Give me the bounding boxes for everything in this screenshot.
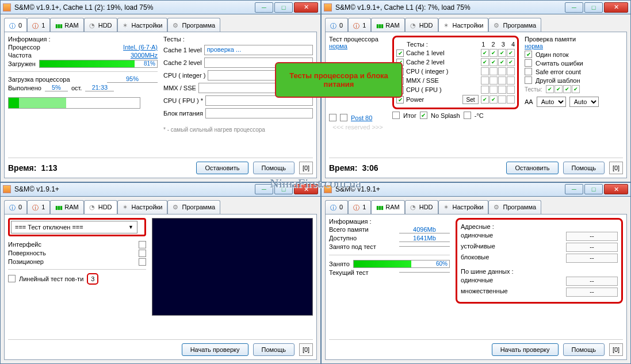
- tabstrip: 0 1 RAM HDD Настройки Программа: [325, 18, 627, 32]
- checkbox-linear[interactable]: [8, 275, 16, 282]
- checkbox-cache1[interactable]: [396, 49, 404, 57]
- minimize-button[interactable]: ─: [255, 184, 273, 194]
- zero-button[interactable]: [0]: [299, 162, 313, 174]
- addr-stable: --: [566, 243, 618, 252]
- checkbox-degc[interactable]: [464, 112, 471, 119]
- tab-settings[interactable]: Настройки: [438, 18, 489, 32]
- program-icon: [173, 204, 179, 210]
- memcheck-value[interactable]: норма: [525, 43, 623, 49]
- tab-hdd[interactable]: HDD: [405, 18, 438, 32]
- zero-button[interactable]: [0]: [609, 343, 623, 356]
- done-pct: 5%: [45, 84, 68, 91]
- tab-program[interactable]: Программа: [488, 200, 541, 214]
- positioner-label: Позиционер: [8, 258, 135, 265]
- titlebar[interactable]: S&M© v1.9.1+ ─ □ ✕: [322, 183, 630, 197]
- tab-hdd[interactable]: HDD: [84, 200, 117, 214]
- tab-settings[interactable]: Настройки: [438, 200, 489, 214]
- tab-ram[interactable]: RAM: [371, 18, 404, 32]
- tab-cpu0[interactable]: 0: [325, 200, 348, 214]
- help-button[interactable]: Помощь: [253, 343, 295, 356]
- linear-count[interactable]: 3: [87, 273, 98, 285]
- stop-button[interactable]: Остановить: [196, 162, 248, 174]
- maximize-button[interactable]: □: [584, 184, 603, 194]
- info-header: Информация :: [329, 218, 450, 225]
- tab-hdd[interactable]: HDD: [84, 18, 117, 32]
- zero-button[interactable]: [0]: [299, 343, 313, 356]
- app-icon: [3, 185, 11, 193]
- tab-ram[interactable]: RAM: [371, 200, 404, 214]
- post80-link[interactable]: Post 80: [351, 114, 372, 121]
- time-value: 3:06: [362, 163, 378, 173]
- checkbox-interface[interactable]: [139, 241, 146, 248]
- tab-cpu1[interactable]: 1: [27, 18, 50, 32]
- minimize-button[interactable]: ─: [565, 184, 583, 194]
- titlebar[interactable]: S&M© v1.9.1+, Cache L1 (2): 19%, load 75…: [1, 1, 320, 14]
- close-button[interactable]: ✕: [604, 184, 628, 194]
- tab-cpu1[interactable]: 1: [348, 18, 371, 32]
- checkbox-post80a[interactable]: [329, 114, 336, 121]
- tab-cpu1[interactable]: 1: [27, 200, 50, 214]
- minimize-button[interactable]: ─: [565, 2, 583, 13]
- program-icon: [494, 204, 500, 210]
- tab-settings[interactable]: Настройки: [117, 18, 168, 32]
- tab-settings[interactable]: Настройки: [117, 200, 168, 214]
- loaded-bar: 81%: [39, 60, 158, 68]
- bus-multiple: --: [566, 288, 618, 297]
- checkbox-positioner[interactable]: [139, 258, 146, 266]
- tab-cpu0[interactable]: 0: [325, 18, 348, 32]
- tab-program[interactable]: Программа: [167, 18, 220, 32]
- addr-single: --: [566, 232, 618, 241]
- close-button[interactable]: ✕: [294, 184, 318, 194]
- tabstrip: 0 1 RAM HDD Настройки Программа: [325, 200, 627, 214]
- checkbox-one-thread[interactable]: [525, 51, 532, 58]
- checkbox-nosplash[interactable]: [420, 112, 427, 119]
- ram-icon: [55, 22, 62, 29]
- checkbox-itog[interactable]: [392, 112, 400, 119]
- set-button[interactable]: Set: [462, 95, 479, 104]
- tab-cpu0[interactable]: 0: [4, 200, 27, 214]
- help-button[interactable]: Помощь: [253, 162, 295, 174]
- maximize-button[interactable]: □: [274, 2, 293, 13]
- start-button[interactable]: Начать проверку: [492, 343, 559, 356]
- minimize-button[interactable]: ─: [255, 2, 273, 13]
- titlebar[interactable]: S&M© v1.9.1+ ─ □ ✕: [1, 183, 320, 197]
- stop-button[interactable]: Остановить: [506, 162, 558, 174]
- tab-hdd[interactable]: HDD: [405, 200, 438, 214]
- tab-cpu1[interactable]: 1: [348, 200, 371, 214]
- tests-header: Тесты :: [407, 41, 479, 48]
- start-button[interactable]: Начать проверку: [182, 343, 248, 356]
- disk-select[interactable]: === Тест отключен ===▼: [11, 221, 137, 233]
- avail-mem-value: 1641Mb: [399, 235, 450, 242]
- processor-value[interactable]: Intel, (6·7·A): [123, 44, 158, 51]
- hdd-icon: [410, 204, 417, 210]
- addr-header: Адресные :: [461, 223, 618, 230]
- aa-select-2[interactable]: Auto: [569, 97, 599, 107]
- checkbox-other-template[interactable]: [525, 76, 532, 84]
- time-value: 1:13: [41, 163, 57, 173]
- maximize-button[interactable]: □: [274, 184, 293, 194]
- tests-panel: Тесты : 1 2 3 4 Cache 1 level Cache 2 le…: [392, 36, 519, 109]
- checkbox-count-errors[interactable]: [525, 59, 532, 67]
- close-button[interactable]: ✕: [604, 2, 628, 13]
- tab-program[interactable]: Программа: [488, 18, 541, 32]
- help-button[interactable]: Помощь: [563, 162, 605, 174]
- titlebar[interactable]: S&M© v1.9.1+, Cache L1 (4): 7%, load 75%…: [322, 1, 630, 14]
- checkbox-post80b[interactable]: [340, 114, 347, 121]
- tab-cpu0[interactable]: 0: [4, 18, 27, 32]
- frequency-value[interactable]: 3000MHz: [131, 52, 158, 59]
- hdd-icon: [89, 204, 96, 210]
- tab-program[interactable]: Программа: [167, 200, 220, 214]
- help-button[interactable]: Помощь: [563, 343, 605, 356]
- tab-ram[interactable]: RAM: [50, 18, 83, 32]
- zero-button[interactable]: [0]: [609, 162, 623, 174]
- time-label: Время:: [329, 163, 357, 173]
- test-mmxsse-label: MMX / SSE: [163, 85, 196, 91]
- checkbox-safe-error[interactable]: [525, 68, 532, 75]
- test-cache1-label: Cache 1 level: [163, 47, 202, 53]
- cpu-test-value[interactable]: норма: [329, 43, 387, 49]
- maximize-button[interactable]: □: [584, 2, 603, 13]
- aa-select-1[interactable]: Auto: [537, 97, 566, 107]
- close-button[interactable]: ✕: [294, 2, 318, 13]
- checkbox-surface[interactable]: [139, 250, 146, 257]
- tab-ram[interactable]: RAM: [50, 200, 83, 214]
